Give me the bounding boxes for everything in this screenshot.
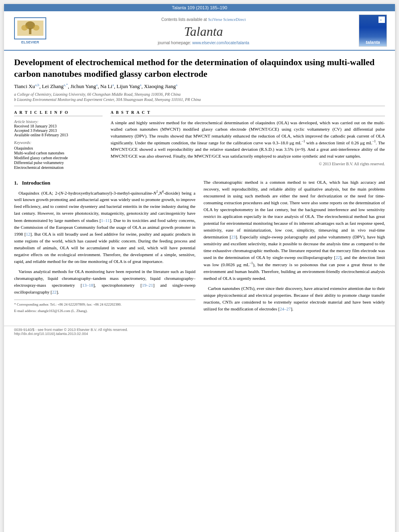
article-history-block: Article history: Received 18 January 201… [14, 119, 103, 137]
svg-text:≡: ≡ [380, 18, 382, 22]
author-tianci: Tianci Xu [14, 84, 35, 90]
affiliations: a College of Chemistry, Liaoning Univers… [14, 92, 385, 102]
intro-para-2: Various analytical methods for OLA monit… [14, 268, 195, 296]
elsevier-tree-icon [17, 21, 43, 36]
sciverse-available-text: Contents lists available at SciVerse Sci… [48, 16, 359, 23]
ref-23[interactable]: 23 [231, 234, 236, 239]
cover-label: talanta [366, 40, 380, 45]
svg-point-4 [33, 25, 39, 31]
journal-homepage: journal homepage: www.elsevier.com/locat… [48, 41, 359, 45]
abstract-text: A simple and highly sensitive method for… [111, 119, 385, 160]
abstract-title: A B S T R A C T [111, 110, 385, 116]
history-label: Article history: [14, 119, 103, 124]
doi-text: http://dx.doi.org/10.1016/j.talanta.2013… [14, 332, 88, 336]
keywords-label: Keywords: [14, 140, 103, 145]
journal-header: ELSEVIER Contents lists available at Sci… [4, 11, 395, 51]
body-col-right: The chromatographic method is a common m… [204, 179, 385, 316]
author-xiaoqing: Xiaoqing Jiang [144, 84, 176, 90]
journal-title: Talanta [48, 24, 359, 39]
keyword-2: Multi-walled carbon nanotubes [14, 151, 103, 155]
keyword-1: Olaquindox [14, 146, 103, 150]
sciverse-link[interactable]: SciVerse ScienceDirect [208, 17, 246, 22]
ref-19-21[interactable]: 19–21 [142, 283, 153, 288]
right-para-2: Carbon nanotubes (CNTs), ever since thei… [204, 285, 385, 312]
introduction-heading: 1. Introduction [14, 179, 195, 187]
header-divider [14, 106, 385, 106]
elsevier-logo-box [14, 17, 46, 39]
intro-section-num: 1. [14, 180, 18, 186]
info-abstract-columns: A R T I C L E I N F O Article history: R… [14, 110, 385, 173]
article-info-column: A R T I C L E I N F O Article history: R… [14, 110, 103, 173]
footnote-email: E-mail address: zhangle163@126.com (L. Z… [14, 308, 195, 314]
body-content: 1. Introduction Olaquindox (OLA; 2-(N-2-… [14, 179, 385, 316]
author-lei: Lei Zhang [42, 84, 64, 90]
issn-text: 0039-9140/$ - see front matter © 2013 El… [14, 328, 128, 332]
author-jichun: Jichun Yang [70, 84, 96, 90]
keywords-block: Keywords: Olaquindox Multi-walled carbon… [14, 140, 103, 170]
keyword-3: Modified glassy carbon electrode [14, 156, 103, 160]
ref-12[interactable]: 12 [26, 232, 30, 236]
copyright-notice: © 2013 Elsevier B.V. All rights reserved… [111, 162, 385, 166]
author-na: Na Li [100, 84, 112, 90]
affiliation-b: b Liaoning Environmental Monitoring and … [14, 97, 385, 102]
keyword-5: Electrochemical determination [14, 165, 103, 170]
footnote-divider [14, 300, 195, 300]
elsevier-brand-label: ELSEVIER [21, 40, 39, 44]
svg-point-3 [21, 25, 28, 31]
page: Talanta 109 (2013) 185–190 ELSEVIER Cont… [4, 4, 395, 532]
affiliation-a: a College of Chemistry, Liaoning Univers… [14, 92, 385, 97]
and-conjunction: and [344, 255, 350, 260]
ref-22b[interactable]: 22 [335, 255, 340, 260]
body-columns: 1. Introduction Olaquindox (OLA; 2-(N-2-… [14, 179, 385, 316]
ref-22[interactable]: 22 [52, 290, 56, 294]
ref-13-18[interactable]: 13–18 [82, 283, 93, 288]
journal-homepage-link[interactable]: www.elsevier.com/locate/talanta [192, 41, 249, 45]
online-date: Available online 8 February 2013 [14, 133, 103, 137]
keyword-4: Differential pulse voltammetry [14, 160, 103, 165]
svg-rect-2 [29, 29, 31, 34]
journal-center: Contents lists available at SciVerse Sci… [48, 16, 359, 45]
elsevier-logo: ELSEVIER [12, 17, 48, 44]
journal-citation: Talanta 109 (2013) 185–190 [172, 5, 227, 10]
intro-section-title: Introduction [22, 180, 51, 186]
ref-24-27[interactable]: 24–27 [280, 306, 291, 311]
journal-cover-image: ≡ talanta [359, 14, 387, 47]
received-date: Received 18 January 2013 [14, 124, 103, 128]
article-info-title: A R T I C L E I N F O [14, 110, 103, 116]
intro-para-1: Olaquindox (OLA; 2-(N-2-hydroxyethylcarb… [14, 189, 195, 265]
right-para-1: The chromatographic method is a common m… [204, 179, 385, 282]
accepted-date: Accepted 3 February 2013 [14, 128, 103, 133]
body-col-left: 1. Introduction Olaquindox (OLA; 2-(N-2-… [14, 179, 195, 316]
journal-citation-bar: Talanta 109 (2013) 185–190 [4, 4, 395, 11]
article-title: Development of electrochemical method fo… [14, 57, 385, 80]
author-lijun: Lijun Yang [117, 84, 140, 90]
bottom-footer: 0039-9140/$ - see front matter © 2013 El… [4, 326, 395, 337]
footnote-corresponding: * Corresponding author. Tel.: +86 24 622… [14, 302, 195, 308]
authors-line: Tianci Xua,b, Lei Zhanga,*, Jichun Yanga… [14, 83, 385, 90]
cover-icon: ≡ [378, 16, 385, 23]
abstract-column: A B S T R A C T A simple and highly sens… [111, 110, 385, 173]
main-content: Development of electrochemical method fo… [4, 51, 395, 322]
ref-1-11[interactable]: 1–11 [101, 218, 110, 223]
